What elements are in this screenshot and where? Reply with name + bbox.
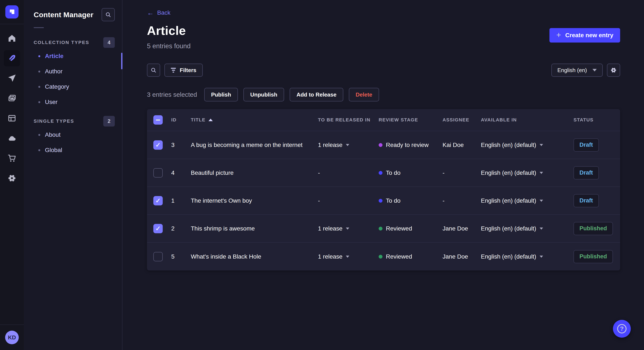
review-stage-dot [379,227,382,230]
review-stage-dot [379,171,382,175]
bullet-icon [38,86,40,88]
cell-review-stage: To do [379,170,442,176]
locale-select[interactable]: English (en) [551,64,603,77]
cell-release[interactable]: 1 release [318,253,379,260]
sidebar-item-label: Global [45,147,62,154]
marketplace-icon[interactable] [4,150,20,166]
panel-title: Content Manager [34,11,94,19]
nav-icon-list [4,30,20,325]
review-stage-dot [379,255,382,259]
row-checkbox[interactable] [153,224,163,233]
sidebar-item-label: About [45,131,60,138]
table-row[interactable]: 2 This shrimp is awesome 1 release Revie… [147,215,620,243]
sidebar-item-category[interactable]: Category [34,79,115,94]
cell-available-in[interactable]: English (en) (default) [481,225,574,232]
bullet-icon [38,134,40,136]
column-header-release[interactable]: TO BE RELEASED IN [318,117,379,123]
table-row[interactable]: 3 A bug is becoming a meme on the intern… [147,131,620,159]
cell-title: Beautiful picture [191,170,318,176]
filters-label: Filters [180,67,196,74]
cell-assignee: Jane Doe [442,253,481,260]
avatar[interactable]: KD [5,331,19,344]
column-header-title[interactable]: TITLE [191,117,318,123]
add-to-release-button[interactable]: Add to Release [290,88,343,101]
cell-release[interactable]: - [318,170,379,176]
cloud-icon[interactable] [4,130,20,146]
single-types-section: SINGLE TYPES 2 About Global [34,115,115,158]
table-row[interactable]: 5 What's inside a Black Hole 1 release R… [147,243,620,270]
sidebar-item-article[interactable]: Article [34,48,115,64]
cell-release[interactable]: 1 release [318,225,379,232]
status-badge: Published [574,250,613,263]
cell-available-in[interactable]: English (en) (default) [481,253,574,260]
create-new-entry-button[interactable]: + Create new entry [550,28,620,42]
panel-divider [34,27,44,28]
cell-id: 2 [171,225,191,232]
content-type-builder-icon[interactable] [4,110,20,126]
review-stage-label: Reviewed [386,253,412,260]
delete-button[interactable]: Delete [349,88,379,101]
cell-id: 1 [171,197,191,204]
cell-release[interactable]: 1 release [318,142,379,149]
filter-icon [171,68,176,72]
cell-release[interactable]: - [318,197,379,204]
available-caret-icon [540,172,543,174]
panel-search-button[interactable] [102,8,115,21]
cell-review-stage: Reviewed [379,225,442,232]
sidebar-item-about[interactable]: About [34,127,115,143]
entries-found-text: 5 entries found [147,42,190,50]
select-all-checkbox[interactable] [153,115,163,125]
view-settings-button[interactable] [607,64,620,77]
search-button[interactable] [147,64,160,77]
row-checkbox[interactable] [153,168,163,177]
logo-container [0,0,24,24]
page-title: Article [147,23,190,38]
avatar-container: KD [0,325,24,350]
cell-available-in[interactable]: English (en) (default) [481,170,574,176]
media-library-icon[interactable] [4,90,20,106]
column-header-available[interactable]: AVAILABLE IN [481,117,574,123]
row-checkbox[interactable] [153,140,163,150]
row-checkbox[interactable] [153,252,163,261]
sidebar-item-author[interactable]: Author [34,64,115,79]
review-stage-dot [379,199,382,203]
cell-available-in[interactable]: English (en) (default) [481,142,574,149]
release-value: 1 release [318,142,342,149]
cell-assignee: Kai Doe [442,142,481,149]
release-value: 1 release [318,253,342,260]
release-caret-icon [346,144,349,146]
column-header-id[interactable]: ID [171,117,191,123]
content-manager-icon[interactable] [4,50,20,66]
row-checkbox[interactable] [153,196,163,205]
settings-icon[interactable] [4,170,20,186]
main-content: ← Back Article 5 entries found + Create … [122,0,644,350]
sidebar-item-label: Article [45,53,64,59]
bullet-icon [38,71,40,72]
back-link[interactable]: ← Back [147,9,170,16]
sidebar-item-global[interactable]: Global [34,143,115,158]
collection-types-count-badge: 4 [103,37,115,48]
send-icon[interactable] [4,70,20,86]
filters-button[interactable]: Filters [164,64,203,77]
release-value: - [318,197,320,204]
cell-review-stage: Ready to review [379,142,442,149]
help-button[interactable]: ? [613,320,631,338]
plus-icon: + [556,31,561,39]
cell-id: 4 [171,170,191,176]
app-root: KD Content Manager COLLECTION TYPES 4 Ar… [0,0,644,350]
home-icon[interactable] [4,30,20,46]
unpublish-button[interactable]: Unpublish [244,88,284,101]
bullet-icon [38,55,40,57]
strapi-logo-icon[interactable] [5,5,18,18]
sidebar-item-user[interactable]: User [34,94,115,110]
publish-button[interactable]: Publish [204,88,238,101]
table-row[interactable]: 4 Beautiful picture - To do - English (e… [147,159,620,187]
back-label: Back [157,9,170,16]
column-header-status[interactable]: STATUS [574,117,614,123]
chevron-down-icon [592,69,597,71]
cell-available-in[interactable]: English (en) (default) [481,197,574,204]
cell-title: What's inside a Black Hole [191,253,318,260]
column-header-review[interactable]: REVIEW STAGE [379,117,442,123]
column-header-assignee[interactable]: ASSIGNEE [442,117,481,123]
table-row[interactable]: 1 The internet's Own boy - To do - Engli… [147,187,620,215]
